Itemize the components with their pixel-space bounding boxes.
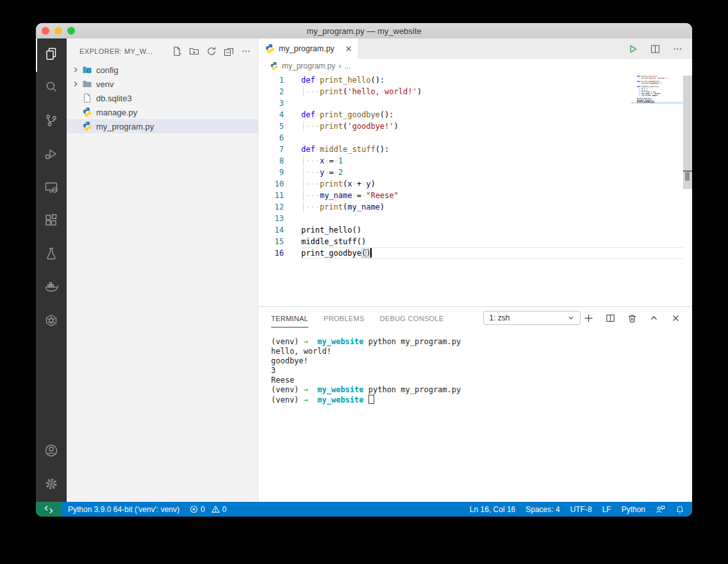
more-editor-actions-icon[interactable]: [672, 44, 683, 54]
remote-indicator[interactable]: [36, 502, 62, 517]
cursor-position-status[interactable]: Ln 16, Col 16: [470, 505, 515, 514]
breadcrumb[interactable]: my_program.py › ...: [258, 59, 692, 73]
line-number: 5: [258, 120, 284, 132]
tree-item-label: venv: [96, 79, 113, 89]
bell-icon[interactable]: [675, 505, 684, 514]
line-content: ····print('hello,·world!'): [301, 86, 683, 97]
activity-settings[interactable]: [36, 469, 67, 502]
minimize-window-button[interactable]: [54, 27, 62, 35]
code-line-1[interactable]: 1def·print_hello():: [258, 74, 683, 86]
search-icon: [44, 79, 59, 97]
run-python-file-icon[interactable]: [627, 44, 638, 54]
code-line-9[interactable]: 9····y·=·2: [258, 167, 683, 178]
activity-remote-explorer[interactable]: [36, 172, 67, 205]
line-content: ····print(my_name): [301, 201, 683, 213]
zoom-window-button[interactable]: [67, 27, 75, 35]
activity-accounts[interactable]: [36, 435, 67, 469]
more-actions-icon[interactable]: [241, 46, 251, 56]
code-line-13[interactable]: 13: [258, 213, 683, 224]
chevron-down-icon: [567, 314, 575, 322]
tree-item-config[interactable]: config: [67, 63, 258, 77]
code-line-3[interactable]: 3: [258, 97, 683, 109]
line-content: middle_stuff(): [301, 236, 683, 247]
activity-testing[interactable]: [36, 238, 67, 272]
code-line-7[interactable]: 7def·middle_stuff():: [258, 144, 683, 155]
line-content: def·print_goodbye():: [301, 109, 683, 120]
minimap[interactable]: def·print_hello():····print('hello,·worl…: [631, 76, 683, 103]
code-line-2[interactable]: 2····print('hello,·world!'): [258, 86, 683, 97]
terminal-line: 3: [271, 366, 692, 376]
chevron-right-icon[interactable]: [70, 67, 81, 73]
code-editor[interactable]: 1def·print_hello():2····print('hello,·wo…: [258, 73, 692, 306]
code-line-8[interactable]: 8····x·=·1: [258, 155, 683, 167]
code-line-15[interactable]: 15middle_stuff(): [258, 236, 683, 247]
tree-item-db-sqlite3[interactable]: db.sqlite3: [67, 91, 258, 105]
activity-kubernetes[interactable]: [36, 305, 67, 338]
account-icon: [44, 443, 59, 461]
activity-extensions[interactable]: [36, 205, 67, 238]
editor-lines[interactable]: 1def·print_hello():2····print('hello,·wo…: [258, 74, 683, 259]
tab-debug-console[interactable]: DEBUG CONSOLE: [380, 309, 444, 328]
indentation-status[interactable]: Spaces: 4: [525, 505, 559, 514]
terminal-shell-select[interactable]: 1: zsh: [483, 311, 581, 325]
code-line-6[interactable]: 6: [258, 132, 683, 144]
breadcrumb-more[interactable]: ...: [344, 62, 351, 70]
activity-source-control[interactable]: [36, 105, 67, 138]
code-line-14[interactable]: 14print_hello(): [258, 224, 683, 236]
tree-item-my-program-py[interactable]: my_program.py: [67, 119, 258, 133]
chevron-right-icon[interactable]: [70, 81, 81, 87]
line-content: print_hello(): [301, 224, 683, 236]
activity-search[interactable]: [36, 72, 67, 105]
source-control-icon: [44, 113, 59, 131]
new-folder-icon[interactable]: [189, 46, 199, 56]
tree-item-venv[interactable]: venv: [67, 77, 258, 91]
new-terminal-icon[interactable]: [584, 313, 593, 323]
editor-scrollbar[interactable]: [683, 73, 692, 306]
kill-terminal-icon[interactable]: [627, 313, 637, 323]
split-terminal-icon[interactable]: [606, 313, 615, 323]
terminal-line: (venv) → my_website python my_program.py: [271, 385, 692, 395]
close-panel-icon[interactable]: [671, 313, 681, 323]
code-line-10[interactable]: 10····print(x·+·y): [258, 178, 683, 190]
code-line-5[interactable]: 5····print('goodbye!'): [258, 120, 683, 132]
problems-status[interactable]: 0 0: [190, 505, 226, 514]
refresh-icon[interactable]: [206, 46, 217, 56]
code-line-4[interactable]: 4def·print_goodbye():: [258, 109, 683, 120]
new-file-icon[interactable]: [172, 46, 182, 56]
terminal-line: (venv) → my_website python my_program.py: [271, 337, 692, 347]
tree-item-manage-py[interactable]: manage.py: [67, 105, 258, 119]
gear-icon: [44, 476, 59, 494]
feedback-icon[interactable]: [656, 504, 665, 514]
encoding-status[interactable]: UTF-8: [570, 505, 592, 514]
breadcrumb-file[interactable]: my_program.py: [282, 62, 335, 70]
terminal-line: goodbye!: [271, 356, 692, 366]
warning-icon: [211, 505, 220, 513]
language-status[interactable]: Python: [622, 505, 645, 514]
remote-icon: [44, 504, 54, 515]
close-window-button[interactable]: [42, 27, 49, 35]
remote-explorer-icon: [44, 179, 59, 197]
eol-status[interactable]: LF: [602, 505, 611, 514]
code-line-16[interactable]: 16print_goodbye(): [258, 247, 683, 259]
activity-explorer[interactable]: [36, 38, 67, 72]
terminal-line: hello, world!: [271, 347, 692, 356]
activity-run-debug[interactable]: [36, 138, 67, 172]
activity-bar-spacer: [36, 338, 67, 435]
tab-my-program[interactable]: my_program.py: [258, 38, 359, 59]
tab-terminal[interactable]: TERMINAL: [271, 309, 308, 328]
collapse-folders-icon[interactable]: [224, 46, 234, 56]
desktop-background: my_program.py — my_website: [0, 0, 728, 564]
files-icon: [44, 46, 59, 64]
tab-problems[interactable]: PROBLEMS: [324, 309, 365, 328]
maximize-panel-icon[interactable]: [649, 313, 659, 323]
code-line-12[interactable]: 12····print(my_name): [258, 201, 683, 213]
terminal-content[interactable]: (venv) → my_website python my_program.py…: [258, 329, 692, 502]
line-number: 9: [258, 167, 284, 178]
split-editor-icon[interactable]: [650, 44, 661, 54]
minimap-line: print_goodbye(): [637, 101, 683, 103]
python-interpreter-status[interactable]: Python 3.9.0 64-bit ('venv': venv): [68, 505, 179, 514]
code-line-11[interactable]: 11····my_name·=·"Reese": [258, 190, 683, 201]
line-number: 2: [258, 86, 284, 97]
tab-close-icon[interactable]: [344, 44, 353, 53]
activity-docker[interactable]: [36, 272, 67, 305]
